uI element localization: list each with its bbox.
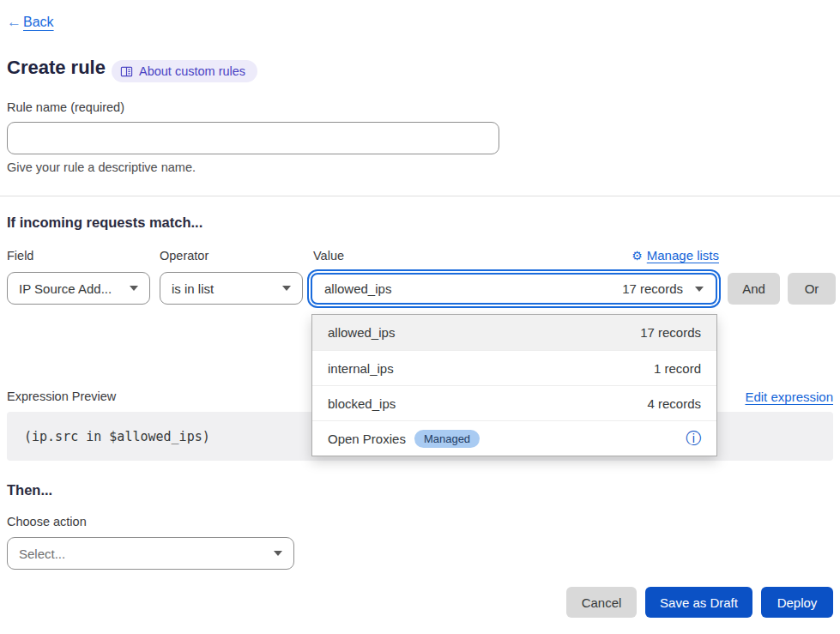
expression-code: (ip.src in $allowed_ips) xyxy=(24,429,210,444)
action-select-placeholder: Select... xyxy=(19,546,65,561)
option-name: Open Proxies xyxy=(328,432,406,446)
value-combobox[interactable]: allowed_ips 17 records xyxy=(311,273,717,305)
or-button[interactable]: Or xyxy=(788,273,836,305)
field-label: Field xyxy=(7,249,33,263)
gear-icon: ⚙ xyxy=(632,249,643,263)
list-option-open-proxies[interactable]: Open Proxies Managed ⓘ xyxy=(312,420,716,456)
cancel-button[interactable]: Cancel xyxy=(566,587,637,618)
option-records: 1 record xyxy=(654,361,701,376)
match-section-title: If incoming requests match... xyxy=(7,214,202,231)
and-button[interactable]: And xyxy=(728,273,780,305)
info-icon[interactable]: ⓘ xyxy=(686,431,701,446)
option-name: internal_ips xyxy=(328,361,394,376)
back-label: Back xyxy=(23,15,54,30)
create-rule-page: ← Back Create rule About custom rules Ru… xyxy=(0,0,840,634)
action-select[interactable]: Select... xyxy=(7,537,294,570)
choose-action-label: Choose action xyxy=(7,515,87,528)
option-name: blocked_ips xyxy=(328,396,396,411)
about-custom-rules-link[interactable]: About custom rules xyxy=(112,60,257,82)
field-select[interactable]: IP Source Add... xyxy=(7,272,150,305)
edit-expression-link[interactable]: Edit expression xyxy=(745,389,833,404)
value-records-count: 17 records xyxy=(622,281,683,296)
rule-name-helper: Give your rule a descriptive name. xyxy=(7,160,196,174)
chevron-down-icon xyxy=(695,287,704,292)
option-records: 4 records xyxy=(647,396,701,411)
chevron-down-icon xyxy=(130,286,138,291)
rule-name-label: Rule name (required) xyxy=(7,100,124,114)
save-draft-button[interactable]: Save as Draft xyxy=(645,587,752,618)
then-section-title: Then... xyxy=(7,482,52,498)
field-select-value: IP Source Add... xyxy=(19,281,112,296)
value-combobox-text: allowed_ips xyxy=(324,281,622,296)
chevron-down-icon xyxy=(282,286,291,291)
arrow-left-icon: ← xyxy=(7,14,21,31)
operator-select-value: is in list xyxy=(172,281,214,296)
chevron-down-icon xyxy=(274,551,282,556)
manage-lists-link[interactable]: ⚙ Manage lists xyxy=(632,248,719,263)
book-icon xyxy=(120,65,133,78)
list-dropdown: allowed_ips 17 records internal_ips 1 re… xyxy=(311,314,717,456)
operator-label: Operator xyxy=(160,249,208,263)
list-option-allowed-ips[interactable]: allowed_ips 17 records xyxy=(312,315,716,350)
about-custom-rules-label: About custom rules xyxy=(139,64,245,78)
manage-lists-label: Manage lists xyxy=(647,248,719,263)
expression-preview-label: Expression Preview xyxy=(7,389,116,403)
value-label: Value xyxy=(313,249,344,263)
list-option-blocked-ips[interactable]: blocked_ips 4 records xyxy=(312,385,716,420)
page-title: Create rule xyxy=(7,57,106,79)
option-records: 17 records xyxy=(640,325,701,340)
back-link[interactable]: ← Back xyxy=(7,14,54,31)
rule-name-input[interactable] xyxy=(7,122,499,154)
operator-select[interactable]: is in list xyxy=(160,272,303,305)
managed-badge: Managed xyxy=(414,430,480,448)
option-name: allowed_ips xyxy=(328,325,395,340)
list-option-internal-ips[interactable]: internal_ips 1 record xyxy=(312,350,716,385)
section-divider xyxy=(0,196,840,196)
deploy-button[interactable]: Deploy xyxy=(761,587,833,618)
